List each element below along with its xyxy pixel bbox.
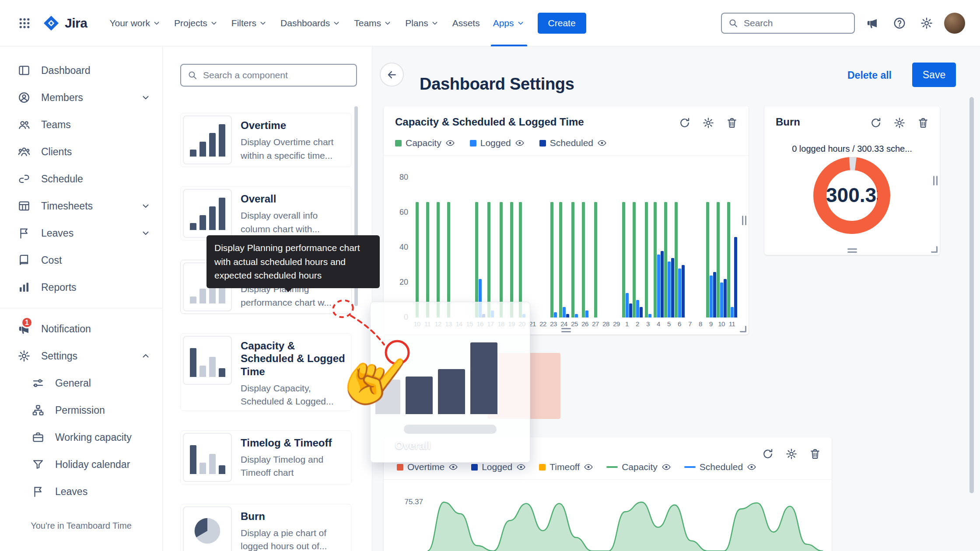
bar-group xyxy=(643,178,653,317)
sidebar-item-teams[interactable]: Teams xyxy=(0,111,162,138)
sidebar-item-members[interactable]: Members xyxy=(0,84,162,111)
eye-icon[interactable] xyxy=(584,462,593,472)
back-button[interactable] xyxy=(380,63,404,87)
nav-item-apps[interactable]: Apps xyxy=(486,0,532,46)
user-avatar[interactable] xyxy=(944,13,965,34)
jira-logo[interactable]: Jira xyxy=(42,14,87,32)
bar-capacity xyxy=(437,202,440,317)
ghost-bar xyxy=(375,380,400,414)
bar-group xyxy=(653,178,664,317)
bar-chart-thumbnail-icon xyxy=(183,336,232,385)
bar-capacity xyxy=(582,202,585,317)
sidebar-item-dashboard[interactable]: Dashboard xyxy=(0,57,162,84)
refresh-icon[interactable] xyxy=(679,117,691,129)
eye-icon[interactable] xyxy=(597,138,607,148)
bar-logged xyxy=(585,310,588,317)
bar-scheduled xyxy=(724,279,727,317)
nav-item-teams[interactable]: Teams xyxy=(347,0,399,46)
delete-widget-icon[interactable] xyxy=(809,448,821,460)
sidebar-item-holiday-calendar[interactable]: Holiday calendar xyxy=(0,451,162,478)
sidebar-item-leaves[interactable]: Leaves xyxy=(0,478,162,505)
sidebar-item-permission[interactable]: Permission xyxy=(0,397,162,424)
widget-settings-icon[interactable] xyxy=(893,117,906,129)
delete-widget-icon[interactable] xyxy=(917,117,929,129)
settings-gear-icon[interactable] xyxy=(917,14,936,33)
y-tick-label: 40 xyxy=(384,243,408,252)
component-card-timelog-timeoff[interactable]: Timelog & TimeoffDisplay Timelog and Tim… xyxy=(180,430,352,485)
sidebar-item-schedule[interactable]: Schedule xyxy=(0,165,162,192)
hierarchy-icon xyxy=(32,404,45,417)
resize-handle-east[interactable] xyxy=(742,216,746,225)
sidebar-item-general[interactable]: General xyxy=(0,370,162,397)
refresh-icon[interactable] xyxy=(870,117,882,129)
dragged-widget-ghost[interactable]: Overall xyxy=(370,302,530,463)
bar-scheduled xyxy=(566,314,569,317)
eye-icon[interactable] xyxy=(515,138,525,148)
sidebar-item-settings[interactable]: Settings xyxy=(0,342,162,370)
chevron-down-icon xyxy=(516,19,525,28)
funnel-icon xyxy=(32,458,45,471)
sidebar-item-label: Leaves xyxy=(41,227,130,239)
main-scrollbar[interactable] xyxy=(970,97,974,493)
sidebar-item-working-capacity[interactable]: Working capacity xyxy=(0,424,162,451)
delete-widget-icon[interactable] xyxy=(726,117,738,129)
x-tick-label: 23 xyxy=(548,320,559,328)
nav-item-plans[interactable]: Plans xyxy=(399,0,446,46)
resize-handle-south[interactable] xyxy=(561,328,571,332)
sidebar-item-notification[interactable]: Notification1 xyxy=(0,315,162,342)
component-search-input[interactable] xyxy=(202,70,350,81)
x-tick-label: 8 xyxy=(695,320,706,328)
ghost-bar xyxy=(406,377,433,414)
bar-scheduled xyxy=(734,237,737,317)
sidebar-item-timesheets[interactable]: Timesheets xyxy=(0,192,162,220)
page-title: Dashboard Settings xyxy=(420,75,574,94)
nav-item-projects[interactable]: Projects xyxy=(168,0,225,46)
eye-icon[interactable] xyxy=(747,462,756,472)
nav-item-your-work[interactable]: Your work xyxy=(103,0,168,46)
nav-item-assets[interactable]: Assets xyxy=(446,0,486,46)
sidebar-item-label: Clients xyxy=(41,146,151,158)
bar-group xyxy=(412,178,422,317)
bar-capacity xyxy=(426,202,429,317)
resize-handle-corner[interactable] xyxy=(931,246,938,253)
sidebar-item-leaves[interactable]: Leaves xyxy=(0,220,162,247)
eye-icon[interactable] xyxy=(445,138,455,148)
resize-handle-east[interactable] xyxy=(933,176,938,185)
widget-settings-icon[interactable] xyxy=(702,117,714,129)
component-card-overall[interactable]: OverallDisplay overall info column chart… xyxy=(180,186,352,241)
component-card-overtime[interactable]: OvertimeDisplay Overtime chart within a … xyxy=(180,113,352,167)
component-card-burn[interactable]: BurnDisplay a pie chart of logged hours … xyxy=(180,504,352,551)
area-chart xyxy=(427,497,823,551)
resize-handle-corner[interactable] xyxy=(740,326,746,332)
component-card-capacity-scheduled-logged-time[interactable]: Capacity & Scheduled & Logged TimeDispla… xyxy=(180,333,352,411)
sidebar-item-label: Schedule xyxy=(41,173,151,185)
timesheets-icon xyxy=(18,199,31,213)
create-button[interactable]: Create xyxy=(538,13,586,34)
announcements-icon[interactable] xyxy=(863,14,882,33)
x-tick-label: 29 xyxy=(611,320,622,328)
global-search-input[interactable] xyxy=(743,17,848,29)
delete-all-button[interactable]: Delete all xyxy=(845,69,894,82)
nav-item-filters[interactable]: Filters xyxy=(225,0,274,46)
refresh-icon[interactable] xyxy=(762,448,774,460)
primary-nav-menu: Your workProjectsFiltersDashboardsTeamsP… xyxy=(103,0,531,46)
jira-logo-icon xyxy=(42,14,60,32)
nav-item-dashboards[interactable]: Dashboards xyxy=(274,0,347,46)
help-icon[interactable] xyxy=(890,14,909,33)
save-button[interactable]: Save xyxy=(912,63,956,87)
eye-icon[interactable] xyxy=(516,462,526,472)
y-axis-tick: 75.37 xyxy=(394,498,423,506)
eye-icon[interactable] xyxy=(662,462,671,472)
eye-icon[interactable] xyxy=(448,462,458,472)
resize-handle-south[interactable] xyxy=(847,248,857,253)
ghost-bar xyxy=(438,369,465,414)
sidebar-item-reports[interactable]: Reports xyxy=(0,274,162,301)
sidebar-item-cost[interactable]: Cost xyxy=(0,247,162,274)
widget-settings-icon[interactable] xyxy=(785,448,798,460)
app-switcher-icon[interactable] xyxy=(15,14,34,33)
bar-group xyxy=(464,178,475,317)
sidebar-item-clients[interactable]: Clients xyxy=(0,138,162,165)
bar-logged xyxy=(626,293,629,317)
nav-item-label: Your work xyxy=(109,18,150,28)
bar-capacity xyxy=(633,202,636,317)
